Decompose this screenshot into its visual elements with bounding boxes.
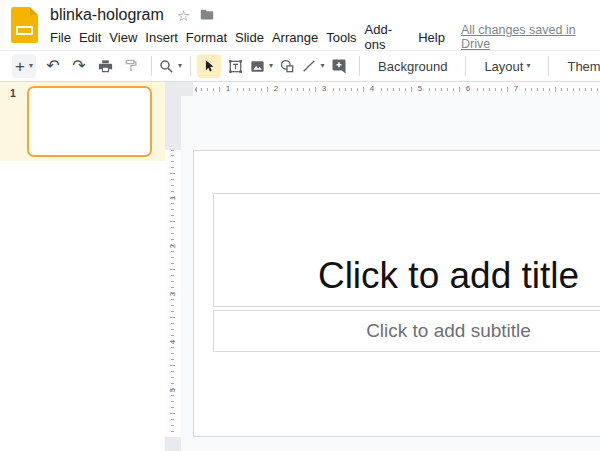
zoom-button[interactable]: ▾	[158, 54, 182, 78]
content: 1 1 2 3 4 5 6 7 1 2 3 4	[0, 82, 600, 451]
paint-format-icon	[123, 58, 139, 74]
slides-logo-icon[interactable]	[11, 7, 38, 43]
v-ruler-number: 1	[169, 196, 177, 200]
new-slide-button[interactable]: + ▾	[12, 54, 36, 78]
h-ruler-number: 7	[512, 84, 520, 94]
insert-line-button[interactable]: ▾	[301, 54, 325, 78]
chevron-down-icon[interactable]: ▾	[178, 62, 182, 70]
h-ruler-number: 2	[272, 84, 280, 94]
chevron-down-icon[interactable]: ▾	[320, 62, 324, 70]
undo-icon: ↶	[46, 58, 59, 74]
print-icon	[97, 58, 114, 75]
filmstrip-selected-row[interactable]: 1	[0, 82, 165, 161]
toolbar-divider	[465, 56, 466, 76]
chevron-down-icon[interactable]: ▾	[269, 62, 273, 70]
toolbar-divider	[359, 56, 360, 76]
vertical-ruler: 1 2 3 4 5	[165, 96, 181, 451]
cursor-icon	[201, 58, 217, 74]
h-ruler-number: 6	[464, 84, 472, 94]
select-tool-button[interactable]	[197, 54, 221, 78]
star-icon[interactable]: ☆	[177, 8, 190, 23]
slide-canvas[interactable]: Click to add title Click to add subtitle	[193, 150, 600, 437]
subtitle-placeholder[interactable]: Click to add subtitle	[213, 310, 600, 352]
insert-comment-button[interactable]	[327, 54, 351, 78]
slide-number: 1	[10, 87, 16, 99]
plus-icon: +	[15, 58, 25, 75]
save-status-link[interactable]: All changes saved in Drive	[461, 23, 600, 51]
slide-thumbnail[interactable]	[27, 86, 152, 157]
h-ruler-halfticks	[193, 87, 600, 92]
v-ruler-number: 3	[169, 292, 177, 296]
toolbar-divider	[190, 56, 191, 76]
shape-icon	[279, 58, 296, 75]
v-ruler-number: 2	[169, 244, 177, 248]
print-button[interactable]	[93, 54, 117, 78]
slide-filmstrip: 1	[0, 82, 165, 451]
text-box-button[interactable]	[223, 54, 247, 78]
ruler-corner	[165, 82, 193, 96]
h-ruler-number: 4	[368, 84, 376, 94]
image-icon	[249, 58, 266, 75]
menu-tools[interactable]: Tools	[322, 28, 360, 47]
toolbar-divider	[151, 56, 152, 76]
menu-bar: File Edit View Insert Format Slide Arran…	[46, 26, 600, 48]
layout-button[interactable]: Layout ▾	[472, 54, 542, 78]
header: blinka-hologram ☆ File Edit View Insert …	[0, 0, 600, 50]
title-placeholder[interactable]: Click to add title	[213, 193, 600, 307]
comment-icon	[330, 57, 348, 75]
header-main: blinka-hologram ☆ File Edit View Insert …	[0, 0, 600, 48]
horizontal-ruler: 1 2 3 4 5 6 7	[165, 82, 600, 96]
theme-button[interactable]: Theme	[555, 54, 600, 78]
menu-view[interactable]: View	[105, 28, 141, 47]
document-title[interactable]: blinka-hologram	[50, 6, 164, 24]
menu-file[interactable]: File	[46, 28, 75, 47]
menu-insert[interactable]: Insert	[141, 28, 182, 47]
menu-slide[interactable]: Slide	[231, 28, 268, 47]
zoom-icon	[158, 58, 175, 75]
menu-addons[interactable]: Add-ons	[361, 20, 415, 54]
editor-main: 1 2 3 4 5 6 7 1 2 3 4 5 Click to add tit…	[165, 82, 600, 451]
chevron-down-icon: ▾	[526, 62, 530, 70]
h-ruler-number: 5	[416, 84, 424, 94]
insert-image-button[interactable]: ▾	[249, 54, 273, 78]
v-ruler-number: 4	[169, 340, 177, 344]
v-ruler-number: 5	[169, 388, 177, 392]
paint-format-button[interactable]	[119, 54, 143, 78]
line-icon	[301, 58, 317, 74]
chevron-down-icon[interactable]: ▾	[29, 62, 33, 70]
h-ruler-number: 3	[320, 84, 328, 94]
h-ruler-number: 1	[224, 84, 232, 94]
subtitle-placeholder-text: Click to add subtitle	[366, 320, 531, 342]
toolbar-divider	[548, 56, 549, 76]
v-ruler-active: 1 2 3 4 5	[165, 150, 181, 437]
slides-logo-sheet	[16, 26, 33, 35]
toolbar: + ▾ ↶ ↷ ▾ ▾	[0, 50, 600, 82]
redo-icon: ↷	[72, 58, 85, 74]
insert-shape-button[interactable]	[275, 54, 299, 78]
menu-arrange[interactable]: Arrange	[268, 28, 322, 47]
menu-edit[interactable]: Edit	[75, 28, 105, 47]
background-button[interactable]: Background	[366, 54, 459, 78]
title-placeholder-text: Click to add title	[318, 255, 579, 297]
folder-icon[interactable]	[199, 7, 215, 23]
text-box-icon	[227, 58, 244, 75]
redo-button[interactable]: ↷	[67, 54, 91, 78]
menu-format[interactable]: Format	[182, 28, 231, 47]
undo-button[interactable]: ↶	[41, 54, 65, 78]
layout-button-label: Layout	[484, 59, 523, 74]
menu-help[interactable]: Help	[414, 28, 449, 47]
